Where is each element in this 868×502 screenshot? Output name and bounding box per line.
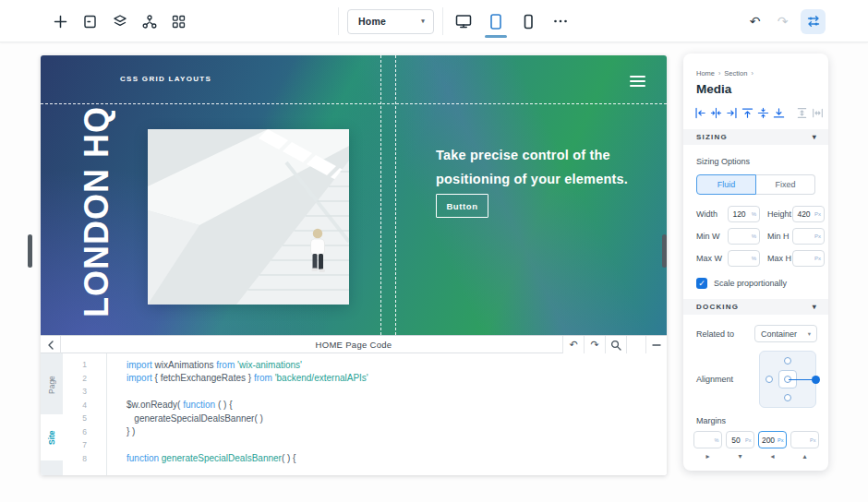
undo-icon: ↶ <box>750 15 761 28</box>
fixed-option[interactable]: Fixed <box>756 174 815 195</box>
undo-icon: ↶ <box>569 340 577 350</box>
page-panel-button[interactable] <box>80 6 100 36</box>
line-number: 7 <box>63 440 106 449</box>
redo-button[interactable]: ↷ <box>773 6 792 36</box>
hero-copy-text[interactable]: Take precise control of the positioning … <box>436 144 628 191</box>
code-line[interactable]: 3 <box>63 385 665 399</box>
min-h-input[interactable]: Px <box>792 228 825 245</box>
hero-media-section[interactable]: CSS GRID LAYOUTS LONDON HQ <box>41 55 667 335</box>
align-left-button[interactable] <box>694 107 706 119</box>
code-undo-button[interactable]: ↶ <box>562 336 584 353</box>
code-line[interactable]: 6} ) <box>63 425 665 439</box>
checkbox-checked-icon[interactable]: ✓ <box>696 278 707 289</box>
code-line[interactable]: 1import wixAnimations from 'wix-animatio… <box>63 358 665 372</box>
undo-button[interactable]: ↶ <box>745 6 765 36</box>
hero-button[interactable]: Button <box>436 194 488 218</box>
hero-vertical-title[interactable]: LONDON HQ <box>78 131 127 317</box>
chevron-down-icon: ▾ <box>813 303 817 311</box>
layers-button[interactable] <box>110 6 129 36</box>
margin-input-left[interactable]: 200Px <box>758 431 787 448</box>
code-line[interactable]: 7 <box>63 438 665 452</box>
distribute-horizontal-icon <box>812 107 824 119</box>
code-line[interactable]: 5 generateSpecialDealsBanner( ) <box>63 412 665 425</box>
add-element-button[interactable] <box>51 6 70 36</box>
docking-alignment-widget[interactable] <box>759 351 816 408</box>
redo-icon: ↷ <box>590 340 598 350</box>
connections-button[interactable] <box>139 6 159 36</box>
page-selector[interactable]: Home ▾ <box>347 9 434 34</box>
align-bottom-button[interactable] <box>773 107 785 119</box>
code-panel: HOME Page Code ↶ ↷ Page Site <box>41 335 667 475</box>
fluid-option[interactable]: Fluid <box>696 174 756 195</box>
hamburger-menu-icon[interactable] <box>630 76 645 87</box>
align-center-horizontal-icon <box>710 107 722 119</box>
code-line[interactable]: 8function generateSpecialDealsBanner( ) … <box>63 452 665 466</box>
align-center-horizontal-button[interactable] <box>710 107 722 119</box>
redo-icon: ↷ <box>778 15 789 28</box>
sizing-fields: Width120%Height420PxMin W%Min HPxMax W%M… <box>696 206 815 267</box>
unit-suffix: Px <box>814 233 821 239</box>
layout-tools-button[interactable] <box>801 9 826 34</box>
margin-input-up[interactable]: Px <box>790 431 819 448</box>
margin-inputs: %50Px200PxPx <box>693 431 828 448</box>
dock-left-dot[interactable] <box>766 376 773 383</box>
code-minimize-button[interactable] <box>645 336 667 353</box>
code-text: function generateSpecialDealsBanner( ) { <box>127 453 295 463</box>
more-views-button[interactable] <box>549 0 573 42</box>
app-grid-button[interactable] <box>169 6 188 36</box>
panel-title: Media <box>696 82 815 96</box>
top-toolbar: Home ▾ ↶ ↷ <box>0 0 868 42</box>
tab-page[interactable]: Page <box>41 361 63 409</box>
margin-input-right[interactable]: % <box>693 431 722 448</box>
tablet-view-button[interactable] <box>484 0 508 42</box>
max-h-input[interactable]: Px <box>792 250 825 267</box>
mobile-view-button[interactable] <box>516 0 540 42</box>
breadcrumb-separator: › <box>718 70 720 77</box>
related-to-label: Related to <box>696 329 734 339</box>
tab-site[interactable]: Site <box>41 414 63 460</box>
breadcrumb-section[interactable]: Section <box>724 69 747 78</box>
width-input[interactable]: 120% <box>728 206 760 222</box>
code-redo-button[interactable]: ↷ <box>584 336 605 353</box>
sizing-mode-toggle: Fluid Fixed <box>696 174 815 195</box>
dock-bottom-dot[interactable] <box>784 394 791 401</box>
canvas-resize-handle-left[interactable] <box>28 234 32 268</box>
docking-section-header[interactable]: DOCKING ▾ <box>683 299 828 315</box>
min-w-input[interactable]: % <box>728 228 760 245</box>
sizing-section-label: SIZING <box>696 133 728 141</box>
breadcrumb-home[interactable]: Home <box>696 69 715 78</box>
margin-input-down[interactable]: 50Px <box>726 431 754 448</box>
inspector-panel: Home › Section › Media SIZING ▾ Sizing O… <box>683 54 828 471</box>
code-line[interactable]: 4$w.onReady( function ( ) { <box>63 399 665 412</box>
toolbar-right-group: ↶ ↷ <box>745 0 826 42</box>
scale-proportionally-row[interactable]: ✓ Scale proportionally <box>696 278 815 289</box>
tablet-icon <box>488 13 504 30</box>
alignment-row: Alignment <box>696 351 816 408</box>
related-to-dropdown[interactable]: Container ▾ <box>754 325 817 342</box>
canvas-resize-handle-right[interactable] <box>662 234 667 268</box>
unit-suffix: % <box>752 233 756 239</box>
code-search-button[interactable] <box>605 336 626 353</box>
align-right-button[interactable] <box>726 107 738 119</box>
max-w-input[interactable]: % <box>728 250 760 267</box>
hero-copy-line1: Take precise control of the <box>436 144 628 168</box>
code-line[interactable]: 2import { fetchExchangeRates } from 'bac… <box>63 372 665 386</box>
height-value: 420 <box>793 207 814 221</box>
align-center-vertical-button[interactable] <box>757 107 769 119</box>
site-logo-text[interactable]: CSS GRID LAYOUTS <box>120 75 211 83</box>
staircase-photo[interactable] <box>148 129 349 305</box>
height-input[interactable]: 420Px <box>792 206 825 222</box>
code-lines: 1import wixAnimations from 'wix-animatio… <box>63 358 665 465</box>
dock-top-dot[interactable] <box>784 357 791 365</box>
sizing-field-row: Width120%Height420Px <box>696 206 815 222</box>
dock-right-dot-selected[interactable] <box>812 376 820 384</box>
layers-icon <box>112 14 128 30</box>
sizing-section-header[interactable]: SIZING ▾ <box>683 129 828 145</box>
desktop-view-button[interactable] <box>452 0 476 42</box>
distribute-horizontal-button[interactable] <box>812 107 824 119</box>
code-text: } ) <box>127 426 135 436</box>
align-top-button[interactable] <box>741 107 753 119</box>
toolbar-center-group: Home ▾ <box>338 0 573 42</box>
code-panel-header: HOME Page Code ↶ ↷ <box>41 336 667 353</box>
distribute-vertical-button[interactable] <box>796 107 808 119</box>
